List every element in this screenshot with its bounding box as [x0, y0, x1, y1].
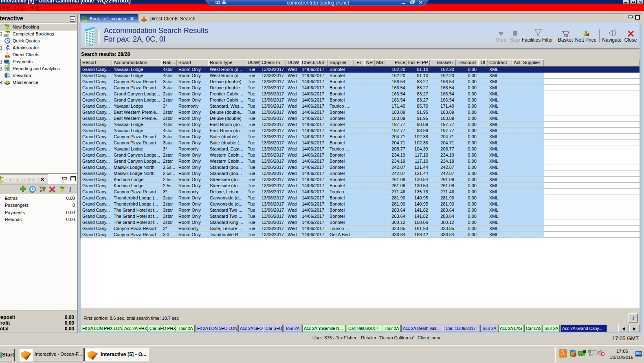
svg-text:$: $ [7, 60, 10, 65]
svg-text:comostreetrdp.topdog.uk.net: comostreetrdp.topdog.uk.net [287, 0, 349, 6]
svg-text:i: i [69, 186, 71, 193]
